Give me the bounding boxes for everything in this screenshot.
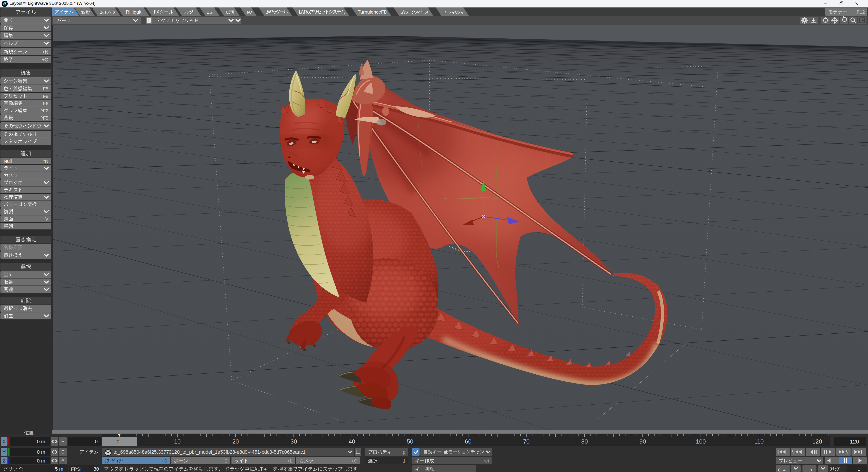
- svg-text:ret: ret: [484, 458, 489, 464]
- svg-text:+O: +O: [161, 458, 167, 464]
- svg-text:0 m: 0 m: [37, 449, 45, 455]
- svg-text:+B: +B: [222, 458, 228, 464]
- svg-text:100: 100: [696, 438, 706, 445]
- svg-text:0 m: 0 m: [37, 439, 45, 444]
- svg-text:+L: +L: [287, 458, 292, 464]
- svg-text:0: 0: [95, 439, 98, 444]
- svg-text:F5: F5: [43, 86, 49, 91]
- svg-text:5 m: 5 m: [55, 466, 63, 472]
- svg-text:^F2: ^F2: [41, 108, 49, 113]
- svg-text:FPS:: FPS:: [71, 466, 82, 472]
- svg-text:30: 30: [290, 438, 297, 445]
- svg-text:+V: +V: [42, 216, 49, 222]
- svg-text:120: 120: [850, 439, 859, 445]
- svg-text:70: 70: [523, 438, 530, 445]
- svg-text:Null: Null: [4, 158, 12, 164]
- svg-text:X: X: [2, 439, 6, 444]
- svg-text:-: -: [47, 306, 49, 311]
- svg-text:F12: F12: [857, 9, 865, 14]
- svg-text:0: 0: [117, 439, 119, 444]
- svg-text:F8: F8: [43, 94, 49, 99]
- svg-text:+N: +N: [42, 49, 49, 55]
- svg-text:+Q: +Q: [42, 57, 49, 62]
- svg-text:F6: F6: [43, 101, 49, 106]
- svg-text:10: 10: [174, 438, 181, 445]
- svg-text:1: 1: [403, 458, 405, 464]
- svg-text:30: 30: [94, 466, 99, 472]
- svg-text:^N: ^N: [43, 158, 49, 164]
- svg-text:50: 50: [407, 438, 413, 445]
- svg-text:RHiggit!: RHiggit!: [126, 9, 143, 14]
- svg-text:0 m: 0 m: [37, 458, 45, 464]
- svg-text:120: 120: [812, 438, 822, 445]
- svg-text:110: 110: [754, 438, 764, 445]
- svg-text:E: E: [61, 439, 64, 444]
- svg-text:td_698a85048a6f25.33773120_td_: td_698a85048a6f25.33773120_td_pbr_model_…: [114, 449, 306, 455]
- svg-text:^F5: ^F5: [41, 115, 49, 121]
- svg-text:60: 60: [465, 438, 471, 445]
- svg-text:E: E: [61, 449, 64, 454]
- svg-text:Z: Z: [2, 458, 5, 464]
- svg-text:T: T: [148, 18, 150, 23]
- svg-text:+C: +C: [351, 458, 358, 464]
- svg-text:TurbulenceFD: TurbulenceFD: [358, 9, 387, 14]
- svg-text:80: 80: [581, 438, 588, 445]
- svg-text:90: 90: [640, 438, 646, 445]
- svg-text:40: 40: [348, 438, 355, 445]
- svg-text:p: p: [403, 449, 405, 454]
- svg-text:Z: Z: [783, 467, 785, 472]
- svg-text:1: 1: [858, 466, 860, 472]
- svg-text:20: 20: [232, 438, 239, 445]
- svg-text:E: E: [61, 458, 64, 463]
- svg-text:I/O: I/O: [247, 10, 252, 14]
- svg-text:Y: Y: [2, 449, 6, 455]
